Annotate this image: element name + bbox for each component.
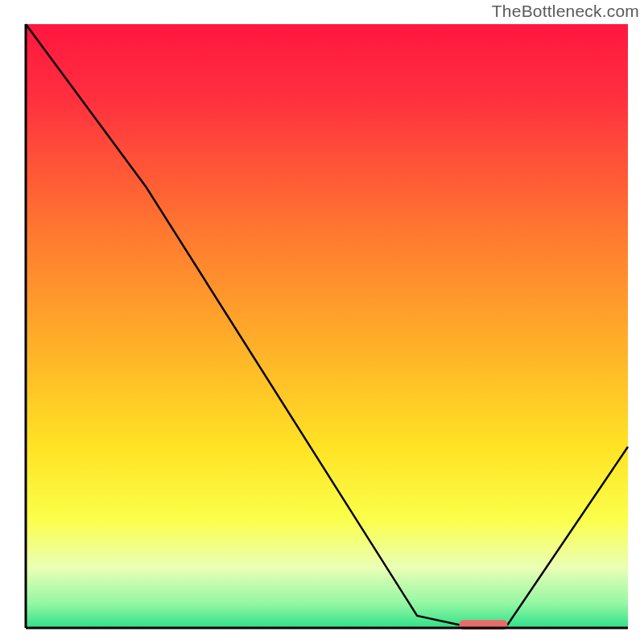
bottleneck-chart-svg xyxy=(0,0,644,644)
gradient-background xyxy=(26,24,628,628)
chart-canvas: TheBottleneck.com xyxy=(0,0,644,644)
